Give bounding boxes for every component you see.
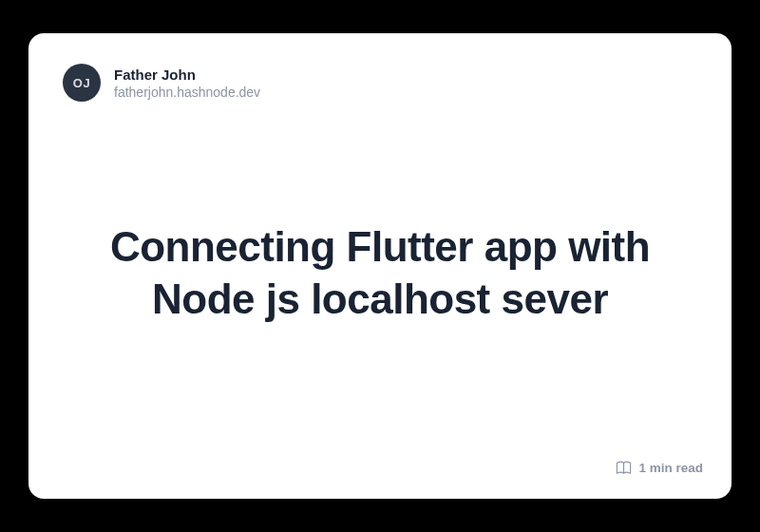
avatar-initials: OJ [73, 76, 90, 90]
avatar[interactable]: OJ [63, 64, 101, 102]
title-wrap: Connecting Flutter app with Node js loca… [63, 102, 697, 472]
author-name[interactable]: Father John [114, 66, 260, 83]
read-time: 1 min read [616, 460, 703, 476]
author-domain[interactable]: fatherjohn.hashnode.dev [114, 85, 260, 100]
book-open-icon [616, 460, 632, 476]
author-meta: Father John fatherjohn.hashnode.dev [114, 66, 260, 100]
read-time-text: 1 min read [638, 461, 703, 475]
post-title: Connecting Flutter app with Node js loca… [72, 220, 688, 325]
author-row: OJ Father John fatherjohn.hashnode.dev [63, 64, 697, 102]
post-card: OJ Father John fatherjohn.hashnode.dev C… [28, 33, 732, 499]
